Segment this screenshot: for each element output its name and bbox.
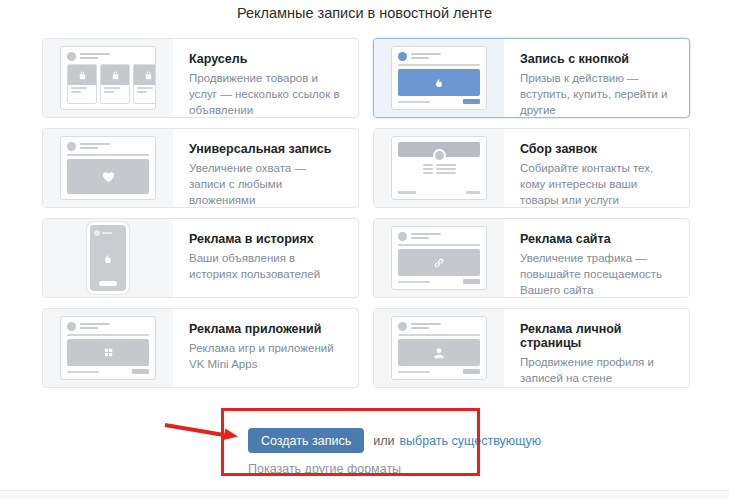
flame-icon	[432, 76, 446, 90]
cta-button-mock	[463, 369, 480, 374]
post-mockup	[60, 316, 156, 380]
avatar	[67, 322, 76, 331]
avatar	[67, 52, 76, 61]
person-icon	[432, 346, 446, 360]
format-title: Реклама сайта	[520, 232, 675, 246]
post-mockup	[60, 46, 156, 110]
format-card-personal-page[interactable]: Реклама личной страницы Продвижение проф…	[373, 308, 690, 388]
lock-icon	[143, 70, 154, 81]
show-other-formats-link[interactable]: Показать другие форматы	[248, 462, 401, 476]
universal-post-thumbnail	[43, 129, 173, 207]
carousel-thumbnail	[43, 39, 173, 117]
format-description: Увеличение трафика — повышайте посещаемо…	[520, 251, 675, 298]
form-avatar	[433, 149, 446, 162]
footer-strip	[0, 490, 729, 499]
lock-icon	[110, 70, 121, 81]
button-post-thumbnail	[374, 39, 504, 117]
post-mockup	[391, 226, 487, 290]
avatar	[398, 322, 407, 331]
chain-link-icon	[432, 256, 446, 270]
create-post-button[interactable]: Создать запись	[248, 428, 364, 453]
post-mockup	[60, 136, 156, 200]
format-title: Сбор заявок	[520, 142, 675, 156]
personal-page-thumbnail	[374, 309, 504, 387]
app-ad-thumbnail	[43, 309, 173, 387]
format-card-universal-post[interactable]: Универсальная запись Увеличение охвата —…	[42, 128, 359, 208]
form-mockup	[391, 136, 487, 200]
format-card-app-ads[interactable]: Реклама приложений Реклама игр и приложе…	[42, 308, 359, 388]
lock-icon	[77, 70, 88, 81]
format-title: Универсальная запись	[189, 142, 344, 156]
format-description: Продвижение профиля и записей на стене	[520, 355, 675, 387]
format-description: Ваши объявления в историях пользователей	[189, 251, 344, 283]
cta-button-mock	[463, 279, 480, 284]
format-card-site-ads[interactable]: Реклама сайта Увеличение трафика — повыш…	[373, 218, 690, 298]
apps-grid-icon	[102, 346, 115, 359]
format-description: Призыв к действию — вступить, купить, пе…	[520, 71, 675, 118]
cta-button-mock	[132, 369, 149, 374]
format-title: Реклама личной страницы	[520, 322, 675, 350]
format-title: Реклама приложений	[189, 322, 344, 336]
format-description: Увеличение охвата — записи с любыми влож…	[189, 161, 344, 208]
page-title: Рекламные записи в новостной ленте	[0, 5, 729, 21]
format-description: Собирайте контакты тех, кому интересны в…	[520, 161, 675, 208]
highlight-arrow-icon	[158, 412, 243, 444]
format-card-stories[interactable]: Реклама в историях Ваши объявления в ист…	[42, 218, 359, 298]
post-mockup	[391, 46, 487, 110]
format-title: Карусель	[189, 52, 344, 66]
flame-icon	[101, 252, 115, 266]
format-card-carousel[interactable]: Карусель Продвижение товаров и услуг — н…	[42, 38, 359, 118]
choose-existing-link[interactable]: выбрать существующую	[399, 434, 541, 448]
heart-icon	[101, 169, 116, 184]
format-card-button-post[interactable]: Запись с кнопкой Призыв к действию — вст…	[373, 38, 690, 118]
format-description: Продвижение товаров и услуг — несколько …	[189, 71, 344, 118]
format-title: Запись с кнопкой	[520, 52, 675, 66]
format-description: Реклама игр и приложений VK Mini Apps	[189, 341, 344, 373]
avatar	[398, 52, 407, 61]
story-mockup	[87, 222, 129, 294]
post-mockup	[391, 316, 487, 380]
bottom-actions: Создать запись или выбрать существующую …	[248, 428, 541, 477]
format-card-lead-forms[interactable]: Сбор заявок Собирайте контакты тех, кому…	[373, 128, 690, 208]
stories-thumbnail	[43, 219, 173, 297]
story-button-mock	[99, 281, 117, 286]
cta-button-mock	[463, 99, 480, 104]
lead-form-thumbnail	[374, 129, 504, 207]
site-ad-thumbnail	[374, 219, 504, 297]
or-text: или	[373, 434, 394, 448]
format-title: Реклама в историях	[189, 232, 344, 246]
ad-format-grid: Карусель Продвижение товаров и услуг — н…	[42, 38, 690, 388]
avatar	[94, 230, 100, 236]
avatar	[67, 142, 76, 151]
avatar	[398, 232, 407, 241]
